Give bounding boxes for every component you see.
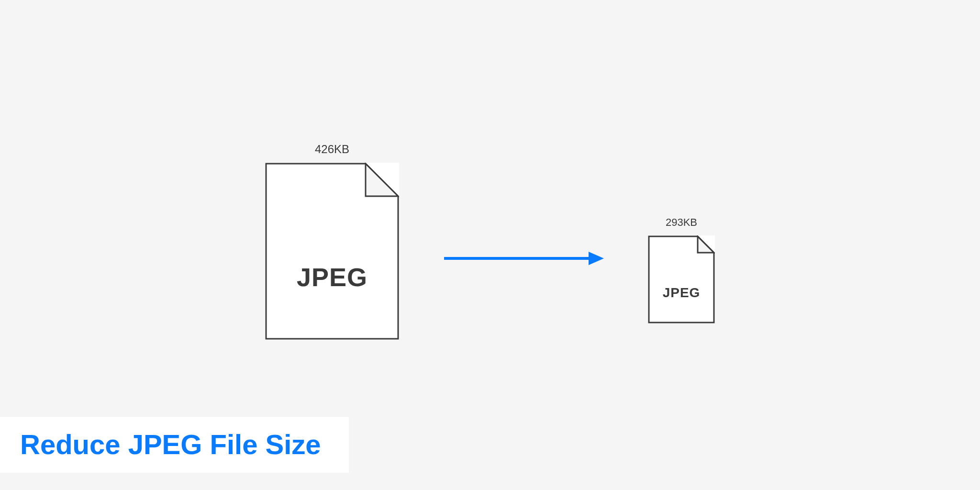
arrow-block	[442, 249, 605, 270]
result-file-size-label: 293KB	[666, 216, 697, 229]
result-file-format-label: JPEG	[648, 285, 715, 301]
source-file-block: 426KB JPEG	[265, 143, 399, 340]
svg-marker-1	[366, 164, 398, 196]
svg-marker-3	[589, 252, 604, 265]
arrow-right-icon	[442, 249, 605, 268]
caption-title: Reduce JPEG File Size	[20, 428, 321, 460]
source-file-format-label: JPEG	[265, 262, 399, 292]
file-document-icon	[265, 163, 399, 340]
result-file-block: 293KB JPEG	[648, 216, 715, 323]
jpeg-file-icon: JPEG	[265, 163, 399, 340]
caption-box: Reduce JPEG File Size	[0, 417, 349, 473]
source-file-size-label: 426KB	[315, 143, 349, 156]
file-document-icon	[648, 235, 715, 323]
jpeg-file-icon: JPEG	[648, 235, 715, 323]
svg-marker-5	[698, 236, 714, 253]
